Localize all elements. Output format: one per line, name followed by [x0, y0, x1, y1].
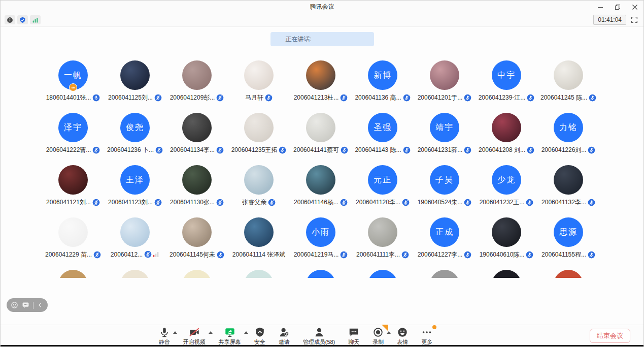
- participant-tile[interactable]: 2006041213杜...: [290, 60, 352, 102]
- mic-muted-icon: [464, 251, 471, 259]
- participant-avatar: [58, 165, 88, 195]
- end-meeting-button[interactable]: 结束会议: [590, 329, 630, 343]
- participant-tile[interactable]: 马月轩: [228, 60, 290, 102]
- mic-muted-icon: [155, 146, 163, 154]
- toolbar-item-shield[interactable]: 安全: [248, 327, 272, 346]
- participant-name: 2006041145何未: [170, 250, 215, 259]
- participant-tile[interactable]: 一帆1806014401张...: [42, 60, 104, 102]
- participant-tile[interactable]: 2006041201于...: [414, 60, 476, 102]
- participant-name: 2006041143 陈...: [355, 146, 401, 154]
- participant-tile[interactable]: 2006041134李...: [166, 113, 228, 154]
- chat-bubble-icon[interactable]: [22, 301, 29, 309]
- toolbar-item-more[interactable]: 更多: [415, 327, 439, 346]
- toolbar-item-emoji[interactable]: 表情: [390, 327, 415, 346]
- participant-avatar: [492, 217, 521, 247]
- participant-name: 2006041146杨...: [294, 198, 338, 207]
- toolbar-items: 静音开启视频共享屏幕安全邀请管理成员(58)聊天录制表情更多: [0, 327, 617, 346]
- participant-tile[interactable]: 2006041121刘...: [42, 165, 104, 207]
- participant-avatar-partial: [244, 270, 274, 278]
- participant-tile[interactable]: 正成2006041227李...: [414, 217, 476, 259]
- notification-dot: [432, 325, 436, 329]
- participant-tile[interactable]: 2006041146杨...: [290, 165, 352, 207]
- participant-avatar-partial: [120, 270, 150, 278]
- toolbar-item-invite[interactable]: 邀请: [272, 327, 296, 346]
- titlebar: 腾讯会议: [1, 1, 643, 13]
- participant-name: 张睿父亲: [242, 198, 266, 207]
- close-button[interactable]: [626, 1, 643, 13]
- participant-tile[interactable]: 小雨2006041219马...: [290, 217, 352, 259]
- participant-tile[interactable]: 2006041209彭...: [166, 60, 228, 102]
- participant-avatar: [244, 165, 274, 195]
- members-icon: [314, 327, 325, 338]
- participant-name: 2006041141蔡可: [293, 146, 339, 154]
- participant-name: 2006041222曹...: [46, 146, 91, 154]
- participant-tile[interactable]: 2006041145何未: [166, 217, 228, 259]
- participant-tile[interactable]: 泽宇2006041222曹...: [42, 113, 104, 154]
- participant-avatar: 王泽: [120, 165, 150, 195]
- mic-muted-icon: [92, 199, 100, 206]
- toolbar-item-camera-off[interactable]: 开启视频: [177, 327, 212, 346]
- participant-name: 2006041123刘...: [108, 198, 153, 207]
- mic-icon: [159, 327, 170, 338]
- participant-avatar: 子昊: [430, 165, 459, 195]
- participant-name: 2006041235王拓: [231, 146, 278, 154]
- participant-tile[interactable]: 20060412...: [104, 217, 166, 258]
- participant-tile[interactable]: 少龙2006041232王...: [476, 165, 537, 207]
- participant-name: 1906040524朱...: [418, 198, 463, 207]
- emoji-icon[interactable]: [11, 301, 18, 309]
- participant-tile[interactable]: 2006041132李...: [537, 165, 599, 207]
- participant-grid: 一帆1806014401张...2006041125刘...2006041209…: [42, 60, 599, 278]
- info-icon[interactable]: [5, 15, 15, 24]
- participant-tile[interactable]: 靖宇2006041231薛...: [414, 113, 476, 154]
- participant-tile[interactable]: 2006041229 苗...: [42, 217, 104, 259]
- toolbar-item-screen-share[interactable]: 共享屏幕: [212, 327, 248, 346]
- signal-bars-icon[interactable]: [30, 15, 41, 24]
- participant-tile[interactable]: 力铭2006041226刘...: [537, 113, 599, 154]
- participant-name: 2006041201于...: [418, 93, 463, 102]
- toolbar-item-record[interactable]: 录制: [366, 327, 390, 346]
- shield-check-icon[interactable]: [17, 15, 28, 24]
- participant-tile[interactable]: 王泽2006041123刘...: [104, 165, 166, 207]
- participant-avatar: 思源: [554, 217, 583, 247]
- mic-muted-icon: [464, 146, 471, 154]
- participant-tile[interactable]: 中宇2006041239-江...: [476, 60, 537, 102]
- mic-muted-icon: [93, 251, 101, 259]
- participant-avatar: [244, 217, 274, 247]
- participant-tile[interactable]: 新博2006041136 高...: [352, 60, 414, 102]
- camera-off-icon: [189, 327, 200, 338]
- participant-tile[interactable]: 2006041208 刘...: [476, 113, 537, 154]
- participant-tile[interactable]: 张睿父亲: [228, 165, 290, 207]
- participant-avatar: [492, 113, 521, 142]
- participant-tile[interactable]: 2006041125刘...: [104, 60, 166, 102]
- participant-tile[interactable]: 2006041245 陈...: [537, 60, 599, 102]
- collapse-chevron-icon[interactable]: [37, 302, 44, 308]
- participant-tile[interactable]: 子昊1906040524朱...: [414, 165, 476, 207]
- participant-avatar-partial: [430, 270, 459, 278]
- participant-avatar: 正成: [430, 217, 459, 247]
- participant-tile[interactable]: 元正2006041120李...: [352, 165, 414, 207]
- participant-tile[interactable]: 1906040610陈...: [476, 217, 537, 259]
- toolbar-item-members[interactable]: 管理成员(58): [296, 327, 342, 346]
- participant-avatar: 靖宇: [430, 113, 459, 142]
- participant-tile[interactable]: 圣强2006041143 陈...: [352, 113, 414, 154]
- record-badge: [382, 325, 388, 331]
- meeting-main-area: 正在讲话: 一帆1806014401张...2006041125刘...2006…: [1, 26, 643, 325]
- participant-name: 马月轩: [245, 93, 263, 102]
- participant-name: 2006041114 张泽斌: [232, 250, 285, 259]
- participant-tile[interactable]: 2006041114 张泽斌: [228, 217, 290, 259]
- participant-tile[interactable]: 2006041141蔡可: [290, 113, 352, 154]
- participant-tile[interactable]: 俊尧2006041236 卜...: [104, 113, 166, 154]
- minimize-button[interactable]: [592, 1, 609, 13]
- record-icon: [372, 327, 384, 338]
- participant-tile[interactable]: 2006041111李...: [352, 217, 414, 259]
- mic-muted-icon: [216, 94, 224, 102]
- toolbar-item-mic[interactable]: 静音: [152, 327, 177, 346]
- participant-tile[interactable]: 2006041235王拓: [228, 113, 290, 154]
- fullscreen-icon[interactable]: [630, 16, 638, 24]
- participant-tile[interactable]: 2006041130张...: [166, 165, 228, 207]
- participant-tile[interactable]: 思源2006041155程...: [537, 217, 599, 259]
- toolbar-item-chat[interactable]: 聊天: [342, 327, 366, 346]
- participant-avatar: [182, 165, 212, 195]
- participant-name: 2006041209彭...: [170, 93, 215, 102]
- restore-button[interactable]: [609, 1, 626, 13]
